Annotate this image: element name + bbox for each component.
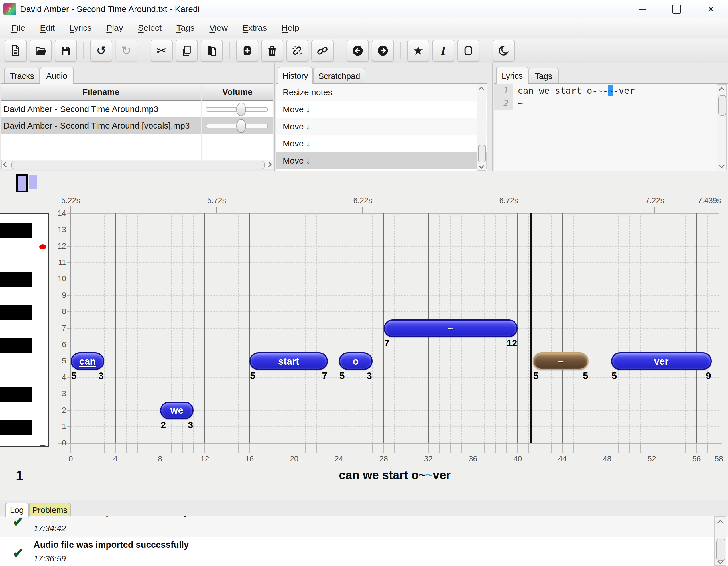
note[interactable]: we bbox=[160, 402, 194, 419]
minimize-button[interactable] bbox=[625, 0, 660, 18]
menu-lyrics[interactable]: Lyrics bbox=[62, 23, 99, 33]
beat-label: 4 bbox=[104, 455, 127, 463]
freestyle-note-button[interactable]: I bbox=[432, 40, 454, 62]
black-key[interactable] bbox=[0, 305, 32, 320]
scroll-down-button[interactable] bbox=[716, 557, 725, 565]
tab-scratchpad[interactable]: Scratchpad bbox=[313, 68, 365, 84]
pitch-label: 10 bbox=[52, 274, 66, 283]
tab-audio[interactable]: Audio bbox=[40, 67, 74, 84]
black-key[interactable] bbox=[0, 338, 32, 353]
column-header-filename[interactable]: Filename bbox=[1, 84, 201, 101]
history-item[interactable]: Move ↓ bbox=[276, 118, 487, 135]
beat-label: 58 bbox=[707, 455, 728, 463]
menu-select[interactable]: Select bbox=[131, 23, 169, 33]
piano-roll[interactable]: 0123456789101112131404812162024283236404… bbox=[0, 171, 728, 500]
join-notes-button[interactable] bbox=[311, 40, 334, 62]
grid-vline bbox=[663, 213, 663, 443]
tab-problems[interactable]: Problems bbox=[29, 503, 71, 517]
history-item-selected[interactable]: Move ↓ bbox=[276, 152, 487, 169]
black-key[interactable] bbox=[0, 420, 32, 435]
note-pitch-number: 5 bbox=[339, 370, 345, 381]
horizontal-scrollbar[interactable] bbox=[1, 160, 273, 169]
open-file-button[interactable] bbox=[30, 40, 52, 62]
audio-row-selected[interactable]: David Amber - Second Time Around [vocals… bbox=[1, 117, 201, 134]
black-key[interactable] bbox=[0, 272, 32, 287]
piano-keyboard[interactable] bbox=[0, 213, 49, 447]
history-item[interactable]: Resize notes bbox=[276, 84, 487, 101]
previous-line-button[interactable] bbox=[347, 40, 369, 62]
rap-note-button[interactable] bbox=[457, 40, 479, 62]
add-note-button[interactable] bbox=[236, 40, 258, 62]
lyrics-editor[interactable]: 1 2 can we start o-~-~-ver ~ bbox=[494, 83, 728, 171]
log-list: ✔ Audio file was imported successfully 1… bbox=[0, 516, 728, 566]
note[interactable]: start bbox=[249, 352, 328, 370]
golden-note-button[interactable]: ★ bbox=[407, 40, 429, 62]
scroll-right-button[interactable] bbox=[265, 160, 273, 169]
menu-view[interactable]: View bbox=[202, 23, 235, 33]
line-marker[interactable] bbox=[29, 175, 37, 189]
note[interactable]: ver bbox=[611, 352, 712, 370]
close-button[interactable]: × bbox=[694, 0, 728, 18]
vertical-scrollbar[interactable] bbox=[477, 84, 486, 171]
grid-vline bbox=[674, 213, 674, 443]
note[interactable]: can bbox=[71, 352, 104, 370]
beat-tick bbox=[316, 444, 317, 453]
copy-button[interactable] bbox=[176, 40, 198, 62]
menu-tags[interactable]: Tags bbox=[169, 23, 202, 33]
menu-play[interactable]: Play bbox=[99, 23, 130, 33]
tab-history[interactable]: History bbox=[278, 67, 313, 84]
scroll-down-button[interactable] bbox=[717, 161, 726, 169]
lyrics-line[interactable]: can we start o-~-~-ver bbox=[518, 85, 635, 96]
undo-button[interactable]: ↺ bbox=[90, 40, 112, 62]
volume-slider[interactable] bbox=[206, 124, 268, 128]
maximize-button[interactable] bbox=[660, 0, 694, 18]
volume-slider[interactable] bbox=[206, 107, 268, 112]
split-note-button[interactable] bbox=[286, 40, 308, 62]
scroll-up-button[interactable] bbox=[716, 519, 725, 527]
lyrics-line[interactable]: ~ bbox=[518, 98, 523, 108]
history-list: Resize notes Move ↓ Move ↓ Move ↓ Move ↓ bbox=[276, 83, 487, 171]
black-key[interactable] bbox=[0, 387, 32, 402]
note[interactable]: ~ bbox=[384, 319, 518, 337]
delete-note-button[interactable] bbox=[261, 40, 283, 62]
playhead-marker[interactable] bbox=[530, 213, 532, 443]
volume-slider-thumb[interactable] bbox=[236, 119, 246, 133]
menu-file[interactable]: File bbox=[4, 23, 32, 33]
vertical-scrollbar[interactable] bbox=[714, 516, 726, 566]
scroll-left-button[interactable] bbox=[2, 160, 10, 169]
scroll-up-button[interactable] bbox=[477, 85, 486, 93]
save-button[interactable] bbox=[55, 40, 77, 62]
beat-label: 56 bbox=[685, 455, 708, 463]
next-line-button[interactable] bbox=[372, 40, 394, 62]
volume-slider-thumb[interactable] bbox=[236, 103, 246, 116]
scroll-down-button[interactable] bbox=[477, 162, 486, 170]
black-key[interactable] bbox=[0, 223, 32, 238]
history-item[interactable]: Move ↓ bbox=[276, 101, 487, 118]
new-file-button[interactable] bbox=[5, 40, 27, 62]
column-header-volume[interactable]: Volume bbox=[202, 84, 273, 101]
redo-button[interactable]: ↻ bbox=[115, 40, 137, 62]
scrollbar-thumb[interactable] bbox=[718, 95, 726, 116]
scrollbar-thumb[interactable] bbox=[11, 161, 265, 169]
history-item[interactable]: Move ↓ bbox=[276, 135, 487, 152]
scroll-up-button[interactable] bbox=[717, 86, 726, 94]
menu-extras[interactable]: Extras bbox=[235, 23, 274, 33]
note-lyric: can bbox=[79, 356, 96, 367]
tab-log[interactable]: Log bbox=[5, 503, 29, 517]
menu-edit[interactable]: Edit bbox=[32, 23, 62, 33]
line-marker-selected[interactable] bbox=[16, 174, 28, 192]
scrollbar-thumb[interactable] bbox=[478, 145, 486, 162]
pitch-label: 2 bbox=[52, 406, 66, 415]
tab-tags[interactable]: Tags bbox=[528, 68, 559, 84]
audio-row[interactable]: David Amber - Second Time Around.mp3 bbox=[1, 101, 201, 117]
beat-label: 48 bbox=[596, 455, 619, 463]
note-selected[interactable]: ~ bbox=[533, 352, 589, 370]
paste-button[interactable] bbox=[201, 40, 223, 62]
vertical-scrollbar[interactable] bbox=[717, 84, 727, 170]
tab-tracks[interactable]: Tracks bbox=[4, 68, 40, 84]
night-mode-button[interactable] bbox=[493, 40, 515, 62]
note[interactable]: o bbox=[339, 352, 373, 370]
cut-button[interactable]: ✂ bbox=[151, 40, 173, 62]
menu-help[interactable]: Help bbox=[274, 23, 307, 33]
tab-lyrics[interactable]: Lyrics bbox=[496, 67, 528, 84]
